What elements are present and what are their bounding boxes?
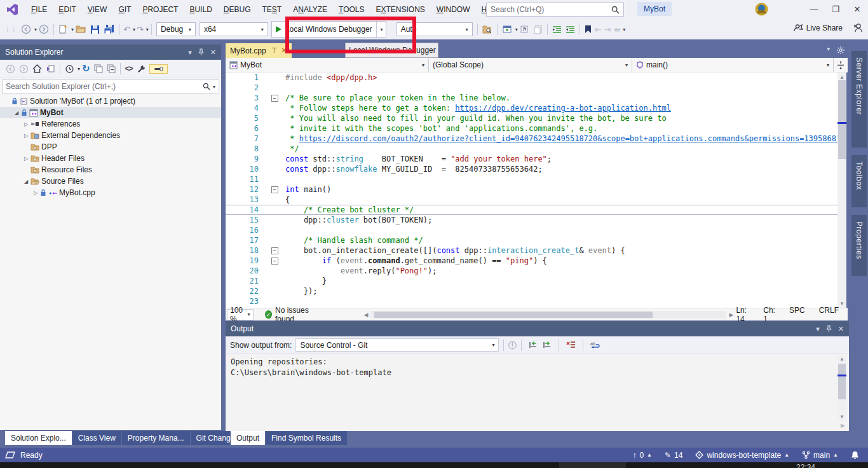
editor-vertical-scrollbar[interactable]: ▲ ▼	[837, 72, 846, 308]
close-panel-icon[interactable]: ✕	[210, 48, 216, 57]
health-check-icon[interactable]: ✓	[265, 310, 272, 319]
code-line-19[interactable]: 19− if (event.command.get_command_name()…	[226, 256, 837, 266]
expand-arrow-icon[interactable]: ▷	[31, 190, 40, 196]
editor-horizontal-scrollbar[interactable]: ◀ ▶	[362, 311, 736, 319]
fold-box[interactable]: −	[271, 186, 278, 193]
file-nesting-icon[interactable]	[92, 64, 105, 73]
find-in-files-icon[interactable]	[480, 22, 494, 37]
code-line-3[interactable]: 3−/* Be sure to place your token in the …	[226, 93, 837, 103]
code-line-5[interactable]: 5 * You will also need to fill in your g…	[226, 113, 837, 123]
code-line-2[interactable]: 2	[226, 83, 837, 93]
pending-changes-filter-icon[interactable]	[63, 64, 76, 74]
open-folder-icon[interactable]	[74, 22, 88, 37]
redo-caret[interactable]: ▾	[146, 27, 149, 32]
undo-caret[interactable]: ▾	[133, 27, 135, 32]
search-icon[interactable]	[611, 6, 620, 14]
navigate-to-icon[interactable]	[518, 22, 531, 37]
window-position-caret-icon[interactable]: ▾	[188, 48, 192, 57]
view-code-icon[interactable]: <>	[125, 64, 133, 73]
code-line-12[interactable]: 12−int main()	[226, 184, 837, 195]
output-hscroll-arrow[interactable]: ▶	[841, 422, 845, 429]
expand-arrow-icon[interactable]: ▷	[22, 121, 31, 127]
output-log[interactable]: Opening repositories:C:\Users\brain\wind…	[226, 354, 849, 378]
expand-arrow-icon[interactable]: ◢	[12, 110, 21, 116]
menu-file[interactable]: FILE	[25, 3, 53, 17]
tree-item-resource-files[interactable]: Resource Files	[0, 164, 221, 176]
preview-selected-items-toggle[interactable]	[149, 64, 168, 74]
sync-with-active-document-icon[interactable]	[44, 64, 57, 73]
push-count-button[interactable]: ↑ 0 ▲	[632, 451, 652, 460]
code-line-9[interactable]: 9const std::string BOT_TOKEN = "add your…	[226, 154, 837, 164]
clear-all-icon[interactable]	[566, 341, 576, 349]
platform-dropdown[interactable]: x64▾	[200, 22, 268, 36]
window-position-caret-icon[interactable]: ▾	[816, 325, 820, 333]
avatar[interactable]	[755, 3, 768, 16]
fold-box[interactable]: −	[271, 258, 278, 265]
document-well-caret-icon[interactable]: ▾	[827, 46, 830, 55]
decrease-indent-icon[interactable]	[550, 22, 564, 37]
code-line-8[interactable]: 8 */	[226, 144, 837, 154]
bell-icon[interactable]	[851, 451, 859, 460]
gear-icon[interactable]	[836, 46, 845, 55]
output-title-bar[interactable]: Output ▾ ✕	[226, 321, 849, 336]
navigate-backward-icon[interactable]	[19, 22, 33, 37]
scroll-down-arrow[interactable]: ▼	[837, 413, 846, 421]
tool-tab-property-mana[interactable]: Property Mana...	[122, 431, 190, 445]
menu-view[interactable]: VIEW	[82, 3, 113, 17]
search-icon[interactable]	[203, 83, 210, 90]
nav-member-dropdown[interactable]: main()▾	[632, 58, 833, 72]
code-editor[interactable]: 1#include <dpp/dpp.h>23−/* Be sure to pl…	[226, 72, 837, 308]
save-all-icon[interactable]	[102, 22, 116, 37]
zoom-dropdown[interactable]: 100 %▾	[227, 309, 254, 320]
expand-arrow-icon[interactable]: ▷	[22, 156, 31, 162]
menu-test[interactable]: TEST	[256, 3, 287, 17]
fold-collapse-icon[interactable]: −	[270, 258, 279, 265]
dock-tab-toolbox[interactable]: Toolbox	[851, 155, 867, 207]
fold-collapse-icon[interactable]: −	[270, 95, 279, 102]
output-source-dropdown[interactable]: Source Control - Git▾	[295, 338, 499, 352]
panel-tab-find-symbol-results[interactable]: Find Symbol Results	[266, 431, 347, 445]
menu-window[interactable]: WINDOW	[431, 3, 476, 17]
solution-explorer-title-bar[interactable]: Solution Explorer ▾ ✕	[0, 45, 221, 60]
background-tasks-icon[interactable]	[5, 451, 15, 458]
save-icon[interactable]	[88, 22, 102, 37]
scrollbar-thumb[interactable]	[838, 364, 846, 399]
tree-item-solution-mybot-1-of-1-project[interactable]: Solution 'MyBot' (1 of 1 project)	[0, 95, 221, 107]
pending-edits-button[interactable]: ✎ 14	[665, 451, 682, 460]
dock-tab-server-explorer[interactable]: Server Explorer	[851, 51, 867, 148]
search-options-caret[interactable]: ▾	[213, 84, 215, 90]
scroll-left-arrow[interactable]: ◀	[364, 312, 369, 318]
code-line-17[interactable]: 17 /* Handle slash command */	[226, 235, 837, 245]
menu-project[interactable]: PROJECT	[137, 3, 184, 17]
tab-mybot-cpp[interactable]: MyBot.cpp ⊤ ✕	[226, 43, 292, 58]
close-panel-icon[interactable]: ✕	[838, 325, 844, 333]
scrollbar-thumb[interactable]	[838, 80, 846, 159]
pin-icon[interactable]	[198, 48, 204, 56]
account-button[interactable]: MyBot	[637, 2, 672, 16]
code-line-6[interactable]: 6 * invite it with the scopes 'bot' and …	[226, 123, 837, 134]
nav-project-dropdown[interactable]: MyBot▾	[226, 58, 429, 72]
home-icon[interactable]	[31, 64, 44, 73]
split-editor-button[interactable]	[833, 58, 848, 72]
repository-button[interactable]: windows-bot-template ▲	[695, 451, 789, 460]
scroll-up-arrow[interactable]: ▲	[837, 355, 846, 363]
feedback-icon[interactable]	[852, 23, 863, 33]
increase-indent-icon[interactable]	[564, 22, 577, 37]
redo-icon[interactable]: ↷	[137, 25, 144, 34]
code-line-22[interactable]: 22 });	[226, 286, 837, 296]
menu-build[interactable]: BUILD	[184, 3, 217, 17]
toolbar-grip[interactable]: ⋮⋮	[4, 26, 17, 32]
pin-tab-icon[interactable]: ⊤	[271, 46, 278, 55]
toolbar-overflow-caret[interactable]: ▾	[623, 27, 625, 32]
previous-message-icon[interactable]	[529, 341, 538, 349]
code-line-11[interactable]: 11	[226, 174, 837, 184]
undo-icon[interactable]: ↶	[123, 25, 130, 34]
word-wrap-icon[interactable]: ab	[590, 341, 600, 349]
fold-collapse-icon[interactable]: −	[270, 247, 279, 254]
tree-item-external-dependencies[interactable]: ▷External Dependencies	[0, 130, 221, 141]
output-vertical-scrollbar[interactable]: ▲ ▼	[837, 355, 846, 421]
code-line-14[interactable]: 14 /* Create bot cluster */	[226, 205, 837, 215]
refresh-icon[interactable]: ↻	[82, 63, 90, 74]
new-project-icon[interactable]	[57, 22, 70, 37]
filter-caret[interactable]: ▾	[78, 66, 80, 72]
